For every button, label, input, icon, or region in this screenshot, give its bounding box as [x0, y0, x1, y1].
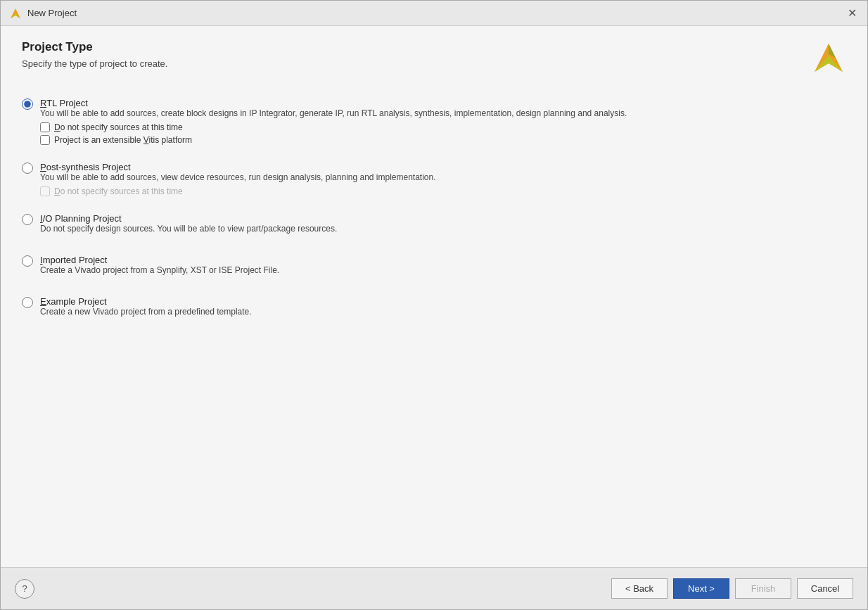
imported-project-option: Imported Project Create a Vivado project… — [22, 246, 846, 288]
example-option-desc: Create a new Vivado project from a prede… — [40, 307, 846, 317]
project-options: RTL Project You will be able to add sour… — [22, 89, 846, 329]
footer: ? < Back Next > Finish Cancel — [1, 567, 867, 609]
page-subtitle: Specify the type of project to create. — [22, 58, 167, 69]
content-area: Project Type Specify the type of project… — [1, 26, 867, 567]
vivado-logo — [811, 40, 846, 75]
no-sources-ps-checkbox — [40, 186, 50, 196]
finish-button: Finish — [735, 578, 791, 599]
page-title: Project Type — [22, 40, 167, 54]
no-sources-ps-label: Do not specify sources at this time — [54, 186, 183, 196]
help-button[interactable]: ? — [15, 579, 34, 599]
page-header: Project Type Specify the type of project… — [22, 40, 846, 75]
rtl-project-option: RTL Project You will be able to add sour… — [22, 89, 846, 153]
dialog-title: New Project — [27, 8, 77, 18]
post-synthesis-radio[interactable] — [22, 163, 33, 174]
post-synthesis-option-content: Post-synthesis Project You will be able … — [40, 162, 846, 196]
no-sources-checkbox[interactable] — [40, 122, 50, 132]
app-icon — [9, 7, 22, 20]
example-option-content: Example Project Create a new Vivado proj… — [40, 296, 846, 321]
io-planning-option-desc: Do not specify design sources. You will … — [40, 224, 846, 234]
extensible-vitis-row: Project is an extensible Vitis platform — [40, 135, 846, 145]
footer-left: ? — [15, 579, 34, 599]
new-project-dialog: New Project ✕ Project Type Specify the t… — [0, 0, 868, 610]
cancel-button[interactable]: Cancel — [797, 578, 853, 599]
io-planning-option-title[interactable]: I/O Planning Project — [40, 213, 122, 224]
imported-radio[interactable] — [22, 255, 33, 267]
extensible-vitis-checkbox[interactable] — [40, 135, 50, 145]
rtl-option-content: RTL Project You will be able to add sour… — [40, 98, 846, 145]
no-sources-ps-row: Do not specify sources at this time — [40, 186, 846, 196]
io-planning-project-option: I/O Planning Project Do not specify desi… — [22, 205, 846, 246]
title-bar-left: New Project — [9, 7, 77, 20]
imported-option-title[interactable]: Imported Project — [40, 255, 107, 265]
io-planning-option-content: I/O Planning Project Do not specify desi… — [40, 213, 846, 238]
rtl-option-desc: You will be able to add sources, create … — [40, 108, 846, 118]
rtl-sub-checkboxes: Do not specify sources at this time Proj… — [40, 122, 846, 145]
post-synthesis-project-option: Post-synthesis Project You will be able … — [22, 153, 846, 205]
example-project-option: Example Project Create a new Vivado proj… — [22, 288, 846, 329]
rtl-option-title[interactable]: RTL Project — [40, 98, 88, 108]
back-button[interactable]: < Back — [611, 578, 668, 599]
example-option-title[interactable]: Example Project — [40, 296, 107, 307]
no-sources-row: Do not specify sources at this time — [40, 122, 846, 132]
extensible-vitis-label[interactable]: Project is an extensible Vitis platform — [54, 135, 192, 145]
imported-option-content: Imported Project Create a Vivado project… — [40, 255, 846, 279]
example-radio[interactable] — [22, 297, 33, 308]
title-bar: New Project ✕ — [1, 1, 867, 26]
footer-right: < Back Next > Finish Cancel — [611, 578, 853, 599]
next-button[interactable]: Next > — [673, 578, 729, 599]
post-synthesis-option-desc: You will be able to add sources, view de… — [40, 172, 846, 182]
page-header-text: Project Type Specify the type of project… — [22, 40, 167, 69]
imported-option-desc: Create a Vivado project from a Synplify,… — [40, 265, 846, 275]
close-button[interactable]: ✕ — [845, 6, 859, 20]
no-sources-label[interactable]: Do not specify sources at this time — [54, 122, 183, 132]
post-synthesis-option-title[interactable]: Post-synthesis Project — [40, 162, 131, 172]
io-planning-radio[interactable] — [22, 214, 33, 225]
rtl-radio[interactable] — [22, 99, 33, 110]
post-synthesis-sub-checkboxes: Do not specify sources at this time — [40, 186, 846, 196]
